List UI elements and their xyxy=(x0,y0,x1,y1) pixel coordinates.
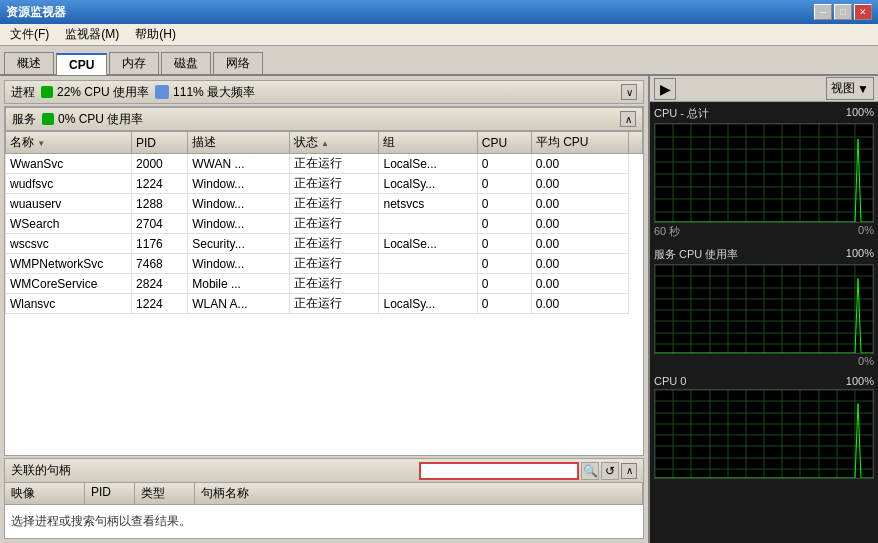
col-avg-cpu[interactable]: 平均 CPU xyxy=(531,132,628,154)
cell-cpu: 0 xyxy=(477,234,531,254)
handles-search-button[interactable]: 🔍 xyxy=(581,462,599,480)
tab-bar: 概述 CPU 内存 磁盘 网络 xyxy=(0,46,878,76)
processes-section-header[interactable]: 进程 22% CPU 使用率 111% 最大频率 ∨ xyxy=(4,80,644,104)
tab-cpu[interactable]: CPU xyxy=(56,53,107,75)
graph-cpu0-max: 100% xyxy=(846,375,874,387)
services-section: 服务 0% CPU 使用率 ∧ 名称 ▼ PID 描述 状态 ▲ xyxy=(4,106,644,456)
cell-status: 正在运行 xyxy=(289,174,379,194)
close-button[interactable]: ✕ xyxy=(854,4,872,20)
play-button[interactable]: ▶ xyxy=(654,78,676,100)
cell-status: 正在运行 xyxy=(289,194,379,214)
col-group[interactable]: 组 xyxy=(379,132,477,154)
cell-status: 正在运行 xyxy=(289,234,379,254)
cell-name: Wlansvc xyxy=(6,294,132,314)
view-dropdown[interactable]: 视图 ▼ xyxy=(826,77,874,100)
table-row[interactable]: Wlansvc 1224 WLAN A... 正在运行 LocalSy... 0… xyxy=(6,294,643,314)
cell-pid: 2704 xyxy=(132,214,188,234)
cell-group: LocalSe... xyxy=(379,234,477,254)
services-label: 服务 xyxy=(12,111,36,128)
graph-service-cpu-canvas xyxy=(654,264,874,354)
table-row[interactable]: WMCoreService 2824 Mobile ... 正在运行 0 0.0… xyxy=(6,274,643,294)
services-table-container[interactable]: 名称 ▼ PID 描述 状态 ▲ 组 CPU 平均 CPU WwanSvc 20… xyxy=(5,131,643,455)
col-scroll-placeholder xyxy=(629,132,643,154)
cell-cpu: 0 xyxy=(477,154,531,174)
handles-col-type: 类型 xyxy=(135,483,195,504)
handles-section: 关联的句柄 🔍 ↺ ∧ 映像 PID 类型 句柄名称 选择进程或搜索句柄以查看结… xyxy=(4,458,644,539)
processes-max-freq: 111% 最大频率 xyxy=(173,84,255,101)
col-name[interactable]: 名称 ▼ xyxy=(6,132,132,154)
table-row[interactable]: wudfsvc 1224 Window... 正在运行 LocalSy... 0… xyxy=(6,174,643,194)
processes-status-dot xyxy=(41,86,53,98)
table-row[interactable]: WSearch 2704 Window... 正在运行 0 0.00 xyxy=(6,214,643,234)
table-row[interactable]: wuauserv 1288 Window... 正在运行 netsvcs 0 0… xyxy=(6,194,643,214)
col-pid[interactable]: PID xyxy=(132,132,188,154)
cell-avg-cpu: 0.00 xyxy=(531,174,628,194)
cell-name: WMPNetworkSvc xyxy=(6,254,132,274)
table-row[interactable]: WwanSvc 2000 WWAN ... 正在运行 LocalSe... 0 … xyxy=(6,154,643,174)
cell-pid: 1176 xyxy=(132,234,188,254)
cell-desc: Window... xyxy=(188,174,289,194)
cell-cpu: 0 xyxy=(477,294,531,314)
cell-desc: WWAN ... xyxy=(188,154,289,174)
cell-avg-cpu: 0.00 xyxy=(531,274,628,294)
table-row[interactable]: wscsvc 1176 Security... 正在运行 LocalSe... … xyxy=(6,234,643,254)
cell-group: LocalSe... xyxy=(379,154,477,174)
cell-avg-cpu: 0.00 xyxy=(531,294,628,314)
tab-network[interactable]: 网络 xyxy=(213,52,263,74)
cell-desc: Window... xyxy=(188,254,289,274)
graph-service-cpu-label: 服务 CPU 使用率 xyxy=(654,247,738,262)
tab-disk[interactable]: 磁盘 xyxy=(161,52,211,74)
cell-name: WMCoreService xyxy=(6,274,132,294)
minimize-button[interactable]: ─ xyxy=(814,4,832,20)
table-row[interactable]: WMPNetworkSvc 7468 Window... 正在运行 0 0.00 xyxy=(6,254,643,274)
handles-label: 关联的句柄 xyxy=(11,462,71,479)
handles-search-input[interactable] xyxy=(419,462,579,480)
graph-cpu-total: CPU - 总计 100% 60 秒 0% xyxy=(654,106,874,239)
graph-cpu0-canvas xyxy=(654,389,874,479)
maximize-button[interactable]: □ xyxy=(834,4,852,20)
services-table: 名称 ▼ PID 描述 状态 ▲ 组 CPU 平均 CPU WwanSvc 20… xyxy=(5,131,643,314)
right-toolbar: ▶ 视图 ▼ xyxy=(650,76,878,102)
processes-collapse-button[interactable]: ∨ xyxy=(621,84,637,100)
menu-bar: 文件(F) 监视器(M) 帮助(H) xyxy=(0,24,878,46)
cell-avg-cpu: 0.00 xyxy=(531,234,628,254)
services-collapse-button[interactable]: ∧ xyxy=(620,111,636,127)
graph-service-cpu-header: 服务 CPU 使用率 100% xyxy=(654,247,874,262)
cell-avg-cpu: 0.00 xyxy=(531,154,628,174)
handles-col-pid: PID xyxy=(85,483,135,504)
services-section-header[interactable]: 服务 0% CPU 使用率 ∧ xyxy=(5,107,643,131)
cell-group: LocalSy... xyxy=(379,174,477,194)
cell-cpu: 0 xyxy=(477,174,531,194)
main-area: 进程 22% CPU 使用率 111% 最大频率 ∨ 服务 0 xyxy=(0,76,878,543)
cell-cpu: 0 xyxy=(477,214,531,234)
cell-cpu: 0 xyxy=(477,194,531,214)
cell-desc: WLAN A... xyxy=(188,294,289,314)
tab-memory[interactable]: 内存 xyxy=(109,52,159,74)
graph-cpu-total-bottom: 60 秒 0% xyxy=(654,224,874,239)
tab-overview[interactable]: 概述 xyxy=(4,52,54,74)
cell-group: LocalSy... xyxy=(379,294,477,314)
cell-name: WwanSvc xyxy=(6,154,132,174)
menu-monitor[interactable]: 监视器(M) xyxy=(59,24,125,45)
col-desc[interactable]: 描述 xyxy=(188,132,289,154)
menu-file[interactable]: 文件(F) xyxy=(4,24,55,45)
processes-freq-dot xyxy=(155,85,169,99)
menu-help[interactable]: 帮助(H) xyxy=(129,24,182,45)
handles-collapse-button[interactable]: ∧ xyxy=(621,463,637,479)
cell-desc: Mobile ... xyxy=(188,274,289,294)
services-status-dot xyxy=(42,113,54,125)
cell-pid: 7468 xyxy=(132,254,188,274)
graph-service-cpu-current: 0% xyxy=(858,355,874,367)
processes-cpu-usage: 22% CPU 使用率 xyxy=(57,84,149,101)
handles-refresh-button[interactable]: ↺ xyxy=(601,462,619,480)
col-cpu[interactable]: CPU xyxy=(477,132,531,154)
cell-status: 正在运行 xyxy=(289,274,379,294)
col-status[interactable]: 状态 ▲ xyxy=(289,132,379,154)
cell-status: 正在运行 xyxy=(289,294,379,314)
cell-status: 正在运行 xyxy=(289,154,379,174)
cell-name: wscsvc xyxy=(6,234,132,254)
graph-service-cpu: 服务 CPU 使用率 100% 0% xyxy=(654,247,874,367)
services-cpu-info: 0% CPU 使用率 xyxy=(42,111,143,128)
processes-label: 进程 xyxy=(11,84,35,101)
cell-group xyxy=(379,254,477,274)
